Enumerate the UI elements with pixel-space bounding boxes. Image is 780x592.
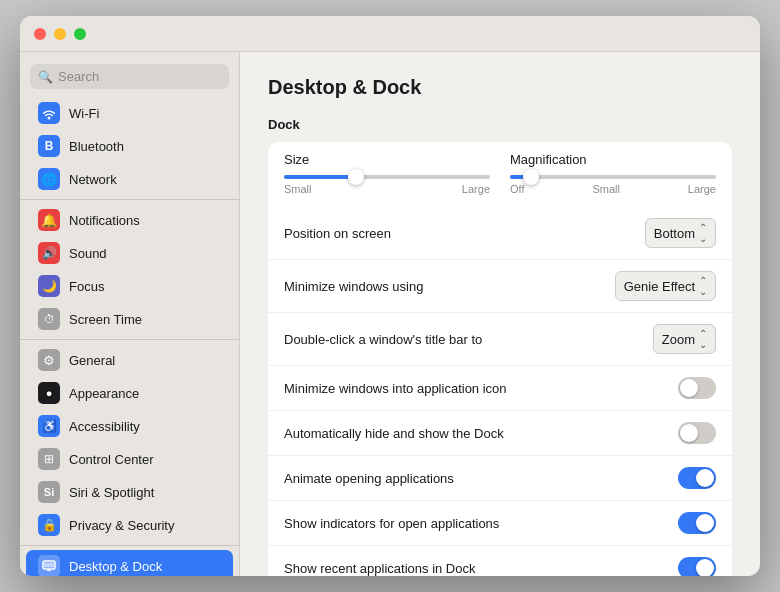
controlcenter-label: Control Center	[69, 452, 154, 467]
network-icon: 🌐	[38, 168, 60, 190]
indicators-row: Show indicators for open applications	[268, 501, 732, 546]
magnification-small-label: Small	[592, 183, 620, 195]
doubleclick-label: Double-click a window's title bar to	[284, 332, 653, 347]
doubleclick-value: Zoom ⌃⌄	[653, 324, 716, 354]
minimize-row: Minimize windows using Genie Effect ⌃⌄	[268, 260, 732, 313]
maximize-button[interactable]	[74, 28, 86, 40]
magnification-slider-group: Magnification Off Small Large	[510, 152, 716, 195]
position-dropdown[interactable]: Bottom ⌃⌄	[645, 218, 716, 248]
focus-label: Focus	[69, 279, 104, 294]
appearance-icon: ●	[38, 382, 60, 404]
main-content: Desktop & Dock Dock Size Sm	[240, 52, 760, 576]
sidebar-item-privacy[interactable]: 🔒 Privacy & Security	[26, 509, 233, 541]
size-slider-group: Size Small Large	[284, 152, 490, 195]
siri-icon: Si	[38, 481, 60, 503]
sidebar-section-network: Wi-Fi B Bluetooth 🌐 Network	[20, 97, 239, 195]
privacy-icon: 🔒	[38, 514, 60, 536]
sidebar-section-desktop: Desktop & Dock 🖥 Displays 🖼 Wallpaper	[20, 550, 239, 576]
accessibility-label: Accessibility	[69, 419, 140, 434]
screentime-label: Screen Time	[69, 312, 142, 327]
sound-icon: 🔊	[38, 242, 60, 264]
bluetooth-label: Bluetooth	[69, 139, 124, 154]
size-large-label: Large	[462, 183, 490, 195]
indicators-toggle[interactable]	[678, 512, 716, 534]
sidebar-item-wifi[interactable]: Wi-Fi	[26, 97, 233, 129]
content-area: 🔍 Search Wi-Fi B	[20, 52, 760, 576]
doubleclick-chevron-icon: ⌃⌄	[699, 328, 707, 350]
appearance-label: Appearance	[69, 386, 139, 401]
sidebar-item-controlcenter[interactable]: ⊞ Control Center	[26, 443, 233, 475]
mintoapp-label: Minimize windows into application icon	[284, 381, 678, 396]
sound-label: Sound	[69, 246, 107, 261]
notifications-label: Notifications	[69, 213, 140, 228]
size-range-labels: Small Large	[284, 183, 490, 195]
focus-icon: 🌙	[38, 275, 60, 297]
mintoapp-row: Minimize windows into application icon	[268, 366, 732, 411]
minimize-button[interactable]	[54, 28, 66, 40]
bluetooth-icon: B	[38, 135, 60, 157]
page-title: Desktop & Dock	[268, 76, 732, 99]
size-label: Size	[284, 152, 490, 167]
divider-2	[20, 339, 239, 340]
svg-rect-1	[44, 563, 54, 568]
sidebar-item-notifications[interactable]: 🔔 Notifications	[26, 204, 233, 236]
dock-section-header: Dock	[268, 117, 732, 132]
sidebar-item-appearance[interactable]: ● Appearance	[26, 377, 233, 409]
search-box[interactable]: 🔍 Search	[30, 64, 229, 89]
general-icon: ⚙	[38, 349, 60, 371]
size-slider-track[interactable]	[284, 175, 490, 179]
indicators-label: Show indicators for open applications	[284, 516, 678, 531]
magnification-off-label: Off	[510, 183, 524, 195]
recent-row: Show recent applications in Dock	[268, 546, 732, 576]
sidebar-item-network[interactable]: 🌐 Network	[26, 163, 233, 195]
screentime-icon: ⏱	[38, 308, 60, 330]
traffic-lights	[34, 28, 86, 40]
wifi-label: Wi-Fi	[69, 106, 99, 121]
sidebar-item-siri[interactable]: Si Siri & Spotlight	[26, 476, 233, 508]
sidebar-item-bluetooth[interactable]: B Bluetooth	[26, 130, 233, 162]
size-slider-thumb[interactable]	[348, 169, 364, 185]
siri-label: Siri & Spotlight	[69, 485, 154, 500]
general-label: General	[69, 353, 115, 368]
magnification-label: Magnification	[510, 152, 716, 167]
minimize-dropdown[interactable]: Genie Effect ⌃⌄	[615, 271, 716, 301]
close-button[interactable]	[34, 28, 46, 40]
doubleclick-dropdown[interactable]: Zoom ⌃⌄	[653, 324, 716, 354]
animate-row: Animate opening applications	[268, 456, 732, 501]
doubleclick-row: Double-click a window's title bar to Zoo…	[268, 313, 732, 366]
divider-3	[20, 545, 239, 546]
sidebar-section-system: ⚙ General ● Appearance ♿ Accessibility	[20, 344, 239, 541]
size-slider-fill	[284, 175, 356, 179]
sidebar-item-accessibility[interactable]: ♿ Accessibility	[26, 410, 233, 442]
animate-label: Animate opening applications	[284, 471, 678, 486]
mintoapp-toggle[interactable]	[678, 377, 716, 399]
desktop-label: Desktop & Dock	[69, 559, 162, 574]
desktop-icon	[38, 555, 60, 576]
size-small-label: Small	[284, 183, 312, 195]
position-label: Position on screen	[284, 226, 645, 241]
sidebar-item-screentime[interactable]: ⏱ Screen Time	[26, 303, 233, 335]
sidebar-item-sound[interactable]: 🔊 Sound	[26, 237, 233, 269]
privacy-label: Privacy & Security	[69, 518, 174, 533]
position-chevron-icon: ⌃⌄	[699, 222, 707, 244]
divider-1	[20, 199, 239, 200]
position-row: Position on screen Bottom ⌃⌄	[268, 207, 732, 260]
sidebar-item-desktop[interactable]: Desktop & Dock	[26, 550, 233, 576]
sidebar-item-general[interactable]: ⚙ General	[26, 344, 233, 376]
wifi-icon	[38, 102, 60, 124]
autohide-label: Automatically hide and show the Dock	[284, 426, 678, 441]
magnification-slider-track[interactable]	[510, 175, 716, 179]
sliders-section: Size Small Large Magnification	[268, 142, 732, 207]
minimize-label: Minimize windows using	[284, 279, 615, 294]
recent-toggle[interactable]	[678, 557, 716, 576]
network-label: Network	[69, 172, 117, 187]
sidebar-item-focus[interactable]: 🌙 Focus	[26, 270, 233, 302]
sidebar: 🔍 Search Wi-Fi B	[20, 52, 240, 576]
accessibility-icon: ♿	[38, 415, 60, 437]
autohide-row: Automatically hide and show the Dock	[268, 411, 732, 456]
search-placeholder: Search	[58, 69, 99, 84]
animate-toggle[interactable]	[678, 467, 716, 489]
recent-label: Show recent applications in Dock	[284, 561, 678, 576]
magnification-slider-thumb[interactable]	[523, 169, 539, 185]
autohide-toggle[interactable]	[678, 422, 716, 444]
